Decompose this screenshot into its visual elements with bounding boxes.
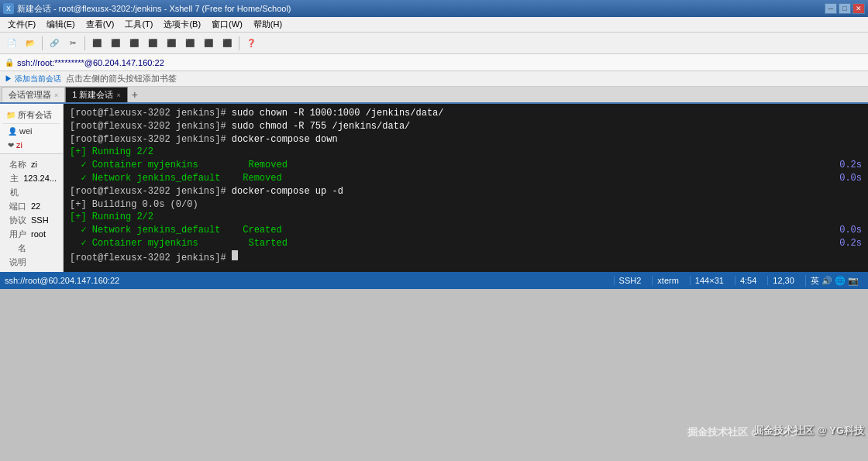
sidebar-title: 📁 所有会话	[3, 107, 60, 124]
label-host: 主机	[6, 171, 23, 199]
tab-new-session-label: 1 新建会话	[72, 89, 113, 101]
close-button[interactable]: ✕	[852, 3, 865, 14]
status-cursor: 12,30	[767, 276, 799, 285]
tab-session-manager[interactable]: 会话管理器 ×	[2, 87, 65, 102]
toolbar-new[interactable]: 📄	[3, 35, 20, 52]
add-tab-button[interactable]: +	[128, 87, 142, 102]
toolbar-btn6[interactable]: ⬛	[181, 35, 198, 52]
menu-tools[interactable]: 工具(T)	[120, 17, 157, 32]
terminal-line-3: [root@flexusx-3202 jenkins]# docker-comp…	[70, 133, 862, 146]
info-host: 123.24...	[23, 171, 57, 199]
menu-tab[interactable]: 选项卡(B)	[159, 17, 205, 32]
menu-help[interactable]: 帮助(H)	[249, 17, 287, 32]
menu-view[interactable]: 查看(V)	[81, 17, 119, 32]
status-xterm: xterm	[652, 276, 684, 285]
sidebar-item-wei[interactable]: 👤 wei	[3, 124, 60, 138]
minimize-button[interactable]: ─	[825, 3, 837, 14]
terminal-line-11: ✓ Container myjenkins Started 0.2s	[70, 237, 862, 250]
terminal[interactable]: [root@flexusx-3202 jenkins]# sudo chown …	[64, 104, 868, 272]
tray-icons: 英 🔊 🌐 📷	[805, 275, 863, 287]
maximize-button[interactable]: □	[839, 3, 851, 14]
menu-file[interactable]: 文件(F)	[3, 17, 40, 32]
terminal-line-7: [root@flexusx-3202 jenkins]# docker-comp…	[70, 185, 862, 198]
sidebar-item-zi[interactable]: ❤ zi	[3, 138, 60, 152]
status-time: 4:54	[735, 276, 761, 285]
person-icon-wei: 👤	[8, 127, 17, 136]
toolbar-btn4[interactable]: ⬛	[144, 35, 161, 52]
toolbar-btn1[interactable]: ⬛	[88, 35, 105, 52]
toolbar-btn7[interactable]: ⬛	[200, 35, 217, 52]
tab-session-manager-close[interactable]: ×	[54, 91, 58, 99]
terminal-line-1: [root@flexusx-3202 jenkins]# sudo chown …	[70, 107, 862, 120]
address-text: ssh://root:*********@60.204.147.160:22	[17, 58, 164, 67]
sidebar-all-sessions[interactable]: 所有会话	[18, 109, 52, 121]
terminal-line-10: ✓ Network jenkins_default Created 0.0s	[70, 224, 862, 237]
info-port: 22	[31, 199, 40, 213]
tab-new-session[interactable]: 1 新建会话 ×	[65, 87, 127, 102]
sidebar-user-wei: wei	[19, 126, 33, 136]
status-dimensions: 144×31	[690, 276, 728, 285]
info-username: root	[31, 227, 46, 255]
sidebar: 📁 所有会话 👤 wei ❤ zi 名称 zi	[0, 104, 64, 272]
status-ssh2: SSH2	[614, 276, 646, 285]
toolbar: 📄 📂 🔗 ✂ ⬛ ⬛ ⬛ ⬛ ⬛ ⬛ ⬛ ⬛ ❓	[0, 33, 868, 54]
terminal-line-8: [+] Building 0.0s (0/0)	[70, 198, 862, 212]
tab-bar: 会话管理器 × 1 新建会话 × +	[0, 87, 868, 104]
toolbar-disconnect[interactable]: ✂	[64, 35, 81, 52]
session-info-panel: 名称 zi 主机 123.24... 端口 22 协议 SSH 用户名 ro	[0, 153, 63, 272]
tab-new-session-close[interactable]: ×	[116, 91, 120, 99]
window-title: 新建会话 - root@flexusx-3202:/jenkins - Xshe…	[17, 3, 291, 15]
menu-bar: 文件(F) 编辑(E) 查看(V) 工具(T) 选项卡(B) 窗口(W) 帮助(…	[0, 17, 868, 33]
terminal-line-9: [+] Running 2/2	[70, 211, 862, 224]
label-protocol: 协议	[6, 213, 31, 227]
toolbar-connect[interactable]: 🔗	[46, 35, 63, 52]
toolbar-btn5[interactable]: ⬛	[163, 35, 180, 52]
label-username: 用户名	[6, 227, 31, 255]
folder-icon: 📁	[6, 111, 16, 119]
watermark-overlay: 掘金技术社区 @ YG科技	[753, 424, 864, 438]
app-icon: X	[3, 3, 14, 14]
toolbar-open[interactable]: 📂	[22, 35, 39, 52]
terminal-line-6: ✓ Network jenkins_default Removed 0.0s	[70, 172, 862, 185]
toolbar-help[interactable]: ❓	[243, 35, 260, 52]
quick-add-session[interactable]: ▶ 添加当前会话	[5, 74, 61, 84]
status-bar: ssh://root@60.204.147.160:22 SSH2 xterm …	[0, 272, 868, 289]
quick-bar: ▶ 添加当前会话 点击左侧的箭头按钮添加书签	[0, 71, 868, 87]
label-name: 名称	[6, 157, 31, 171]
toolbar-btn3[interactable]: ⬛	[126, 35, 143, 52]
toolbar-btn8[interactable]: ⬛	[219, 35, 236, 52]
title-bar: X 新建会话 - root@flexusx-3202:/jenkins - Xs…	[0, 0, 868, 17]
sidebar-user-zi: zi	[16, 140, 22, 150]
menu-window[interactable]: 窗口(W)	[207, 17, 247, 32]
tab-session-manager-label: 会话管理器	[9, 89, 51, 101]
menu-edit[interactable]: 编辑(E)	[42, 17, 80, 32]
terminal-line-12: [root@flexusx-3202 jenkins]#	[70, 250, 862, 265]
info-protocol: SSH	[31, 213, 49, 227]
lock-icon: 🔒	[5, 58, 14, 67]
terminal-line-5: ✓ Container myjenkins Removed 0.2s	[70, 159, 862, 172]
terminal-line-4: [+] Running 2/2	[70, 146, 862, 159]
address-bar: 🔒 ssh://root:*********@60.204.147.160:22	[0, 54, 868, 71]
status-connection: ssh://root@60.204.147.160:22	[5, 276, 608, 285]
label-port: 端口	[6, 199, 31, 213]
quick-hint: 点击左侧的箭头按钮添加书签	[66, 73, 177, 84]
terminal-line-2: [root@flexusx-3202 jenkins]# sudo chmod …	[70, 120, 862, 133]
toolbar-btn2[interactable]: ⬛	[107, 35, 124, 52]
person-icon-zi: ❤	[8, 141, 14, 150]
info-name: zi	[31, 157, 37, 171]
label-desc: 说明	[6, 255, 31, 269]
